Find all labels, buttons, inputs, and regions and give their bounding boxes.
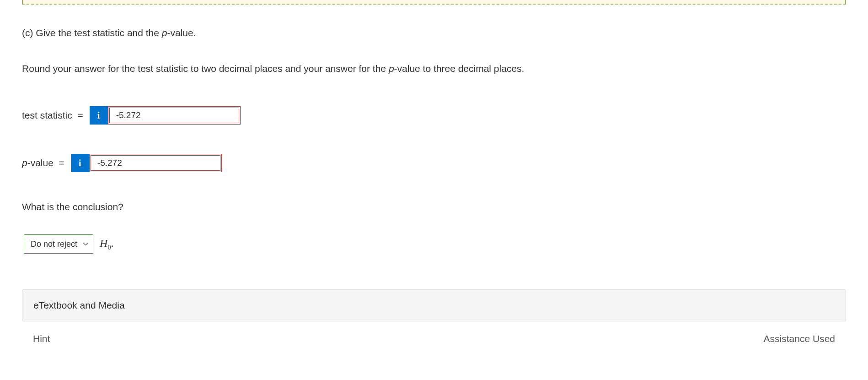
- hypothesis-h0: H0.: [100, 237, 113, 251]
- hint-row: Hint Assistance Used: [22, 329, 846, 344]
- test-statistic-row: test statistic = i: [22, 106, 846, 125]
- conclusion-row: Do not reject H0.: [22, 234, 846, 254]
- p-value-label: p-value =: [22, 157, 64, 168]
- part-label-suffix: -value.: [167, 27, 196, 38]
- instruction-prefix: Round your answer for the test statistic…: [22, 63, 389, 74]
- conclusion-select[interactable]: Do not reject: [24, 234, 93, 254]
- p-italic-2: p: [389, 63, 394, 74]
- instruction-suffix: -value to three decimal places.: [394, 63, 525, 74]
- hint-label[interactable]: Hint: [33, 333, 50, 344]
- assistance-used-label[interactable]: Assistance Used: [764, 333, 835, 344]
- hint-region-remnant: [22, 0, 846, 5]
- etextbook-label: eTextbook and Media: [33, 300, 125, 310]
- info-icon[interactable]: i: [71, 154, 89, 172]
- conclusion-question: What is the conclusion?: [22, 201, 846, 212]
- test-statistic-label: test statistic =: [22, 110, 83, 121]
- part-label-prefix: (c) Give the test statistic and the: [22, 27, 162, 38]
- p-value-row: p-value = i: [22, 154, 846, 172]
- conclusion-select-value: Do not reject: [31, 239, 77, 249]
- p-italic: p: [162, 27, 167, 38]
- test-statistic-input[interactable]: [108, 106, 241, 125]
- rounding-instruction: Round your answer for the test statistic…: [22, 63, 846, 74]
- chevron-down-icon: [83, 241, 88, 247]
- p-value-input[interactable]: [89, 154, 222, 172]
- etextbook-media-section[interactable]: eTextbook and Media: [22, 289, 846, 321]
- info-icon[interactable]: i: [90, 106, 108, 125]
- question-part-c: (c) Give the test statistic and the p-va…: [22, 27, 846, 38]
